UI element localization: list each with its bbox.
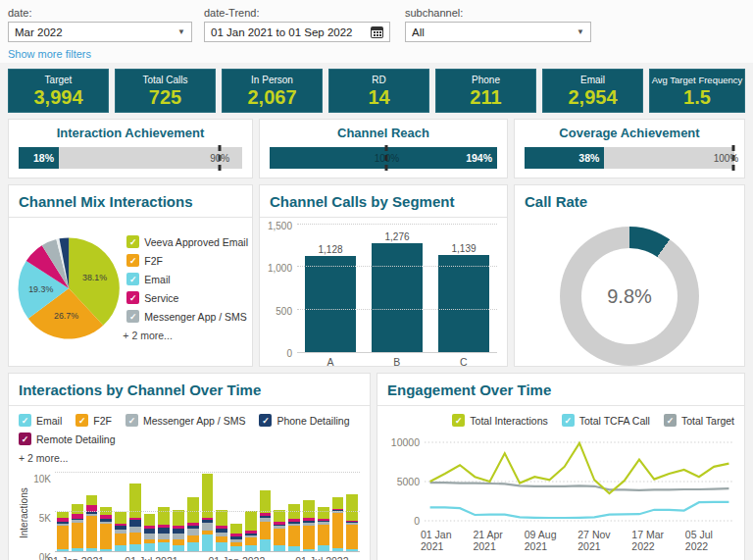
legend-item[interactable]: ✓Total TCFA Call <box>562 414 650 427</box>
stacked-bar[interactable] <box>129 484 141 551</box>
bar-segment[interactable] <box>129 520 141 527</box>
bar-segment[interactable] <box>129 533 141 544</box>
kpi-card[interactable]: Target3,994 <box>8 69 109 113</box>
legend-item[interactable]: ✓Messenger App / SMS <box>126 310 248 323</box>
bar-segment[interactable] <box>173 510 184 526</box>
legend-more-link[interactable]: + 2 more... <box>19 452 360 464</box>
line-series-total-tcfa-call[interactable] <box>430 502 729 518</box>
bar-segment[interactable] <box>129 544 141 551</box>
stacked-bar[interactable] <box>318 507 329 551</box>
legend-checkbox[interactable]: ✓ <box>19 414 31 427</box>
stacked-bar[interactable] <box>216 510 227 551</box>
bar-segment[interactable] <box>100 524 112 549</box>
bar[interactable] <box>438 255 489 352</box>
kpi-card[interactable]: In Person2,067 <box>222 69 323 113</box>
bar-segment[interactable] <box>115 545 126 551</box>
kpi-card[interactable]: Email2,954 <box>542 69 643 113</box>
stacked-bar[interactable] <box>158 507 170 551</box>
subchannel-dropdown[interactable]: All ▼ <box>405 22 591 42</box>
bar[interactable] <box>305 256 356 352</box>
bar[interactable] <box>372 243 423 352</box>
bar-segment[interactable] <box>245 537 257 544</box>
bar-segment[interactable] <box>260 490 272 513</box>
bar-segment[interactable] <box>72 548 83 551</box>
gauge-bar[interactable]: 38% 100% <box>525 147 734 169</box>
stacked-bar[interactable] <box>100 507 112 551</box>
stacked-bar[interactable] <box>260 490 272 551</box>
legend-checkbox[interactable]: ✓ <box>126 235 139 248</box>
bar-segment[interactable] <box>274 545 285 551</box>
stacked-bar[interactable] <box>274 510 285 551</box>
bar-segment[interactable] <box>288 546 300 551</box>
stacked-bar[interactable] <box>332 497 344 551</box>
bar-segment[interactable] <box>72 523 83 548</box>
legend-checkbox[interactable]: ✓ <box>126 310 139 323</box>
bar-segment[interactable] <box>318 545 329 551</box>
stacked-bar[interactable] <box>173 510 184 551</box>
bar-segment[interactable] <box>129 484 141 517</box>
bar-segment[interactable] <box>245 511 257 531</box>
bar-segment[interactable] <box>187 529 199 535</box>
line-series[interactable] <box>425 433 734 527</box>
bar-segment[interactable] <box>245 545 257 551</box>
legend-checkbox[interactable]: ✓ <box>452 414 465 427</box>
bar-segment[interactable] <box>346 549 358 551</box>
kpi-card[interactable]: RD14 <box>328 69 429 113</box>
legend-checkbox[interactable]: ✓ <box>259 414 272 427</box>
legend-item[interactable]: ✓Phone Detailing <box>259 414 349 427</box>
bar-segment[interactable] <box>216 510 227 526</box>
bar-segment[interactable] <box>86 548 98 551</box>
bar-segment[interactable] <box>173 545 184 551</box>
stacked-bar[interactable] <box>57 512 69 551</box>
gauge-bar[interactable]: 194% 100% <box>270 147 497 169</box>
bar-segment[interactable] <box>86 516 98 548</box>
bar-segment[interactable] <box>57 526 69 548</box>
legend-item[interactable]: ✓Email <box>19 414 62 427</box>
bar-segment[interactable] <box>288 526 300 546</box>
bar-segment[interactable] <box>346 525 358 549</box>
stacked-bar[interactable] <box>86 495 98 551</box>
bar-segment[interactable] <box>144 514 156 526</box>
legend-checkbox[interactable]: ✓ <box>562 414 575 427</box>
bar-segment[interactable] <box>332 548 344 551</box>
legend-checkbox[interactable]: ✓ <box>75 414 88 427</box>
bar-segment[interactable] <box>86 495 98 505</box>
bar-segment[interactable] <box>216 542 227 551</box>
kpi-card[interactable]: Avg Target Frequency1.5 <box>649 69 745 113</box>
bar-segment[interactable] <box>303 526 315 548</box>
stacked-bar[interactable] <box>245 511 257 551</box>
bar-segment[interactable] <box>260 522 272 539</box>
legend-item[interactable]: ✓Remote Detailing <box>19 433 116 445</box>
bar-segment[interactable] <box>274 529 285 546</box>
bar-segment[interactable] <box>303 500 315 518</box>
date-dropdown[interactable]: Mar 2022 ▼ <box>8 22 192 42</box>
legend-item[interactable]: ✓Service <box>126 291 248 304</box>
stacked-bar[interactable] <box>230 524 242 551</box>
legend-item[interactable]: ✓Total Target <box>664 414 734 427</box>
bar-segment[interactable] <box>187 535 199 542</box>
legend-item[interactable]: ✓F2F <box>126 254 248 267</box>
bar-segment[interactable] <box>115 534 126 544</box>
stacked-bar[interactable] <box>187 497 199 551</box>
bar-segment[interactable] <box>332 513 344 548</box>
legend-checkbox[interactable]: ✓ <box>126 291 139 304</box>
stacked-bar[interactable] <box>144 514 156 551</box>
bar-segment[interactable] <box>57 549 69 551</box>
stacked-bar[interactable] <box>346 494 358 551</box>
bar-segment[interactable] <box>158 542 170 551</box>
bar-segment[interactable] <box>230 546 242 551</box>
date-trend-input[interactable]: 01 Jan 2021 to 01 Sep 2022 <box>204 22 390 42</box>
kpi-card[interactable]: Total Calls725 <box>115 69 216 113</box>
bar-segment[interactable] <box>260 539 272 551</box>
bar-segment[interactable] <box>187 542 199 551</box>
bar-segment[interactable] <box>72 504 83 514</box>
legend-item[interactable]: ✓Messenger App / SMS <box>126 414 245 427</box>
calendar-icon[interactable] <box>371 26 383 38</box>
bar-segment[interactable] <box>230 524 242 534</box>
donut-chart[interactable]: 9.8% <box>560 227 699 366</box>
pie-chart[interactable]: 38.1%26.7%19.3% <box>15 228 123 349</box>
bar-segment[interactable] <box>346 494 358 521</box>
bar-segment[interactable] <box>115 512 126 524</box>
stacked-bar[interactable] <box>202 474 214 551</box>
legend-more-link[interactable]: + 2 more... <box>123 330 248 341</box>
